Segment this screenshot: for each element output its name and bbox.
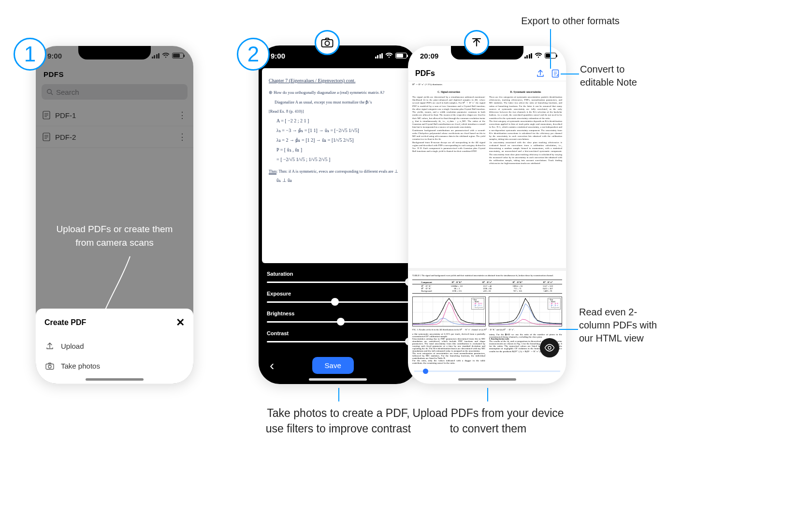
export-icon[interactable] [536, 69, 545, 78]
create-pdf-sheet: Create PDF ✕ Upload Take photos [36, 309, 193, 384]
filter-panel: Saturation Exposure Brightness Contrast [259, 263, 417, 353]
status-time: 20:09 [420, 52, 438, 60]
camera-icon [45, 362, 54, 370]
status-time: 9:00 [271, 52, 285, 60]
section-heading: D. Systematic uncertainties [489, 90, 562, 94]
signal-icon [152, 53, 160, 59]
upload-float-icon [464, 30, 489, 55]
pdf-paragraph: The signal yields are determined by a si… [412, 96, 485, 129]
pdf-paragraph: Background from B-meson decays are all n… [412, 141, 485, 153]
step-badge-2: 2 [237, 38, 270, 71]
phone-pdf-viewer: 20:09 PDFs B⁰ → D⁻π⁺ (≈ 2%) dominates C.… [408, 45, 566, 384]
svg-point-11 [48, 365, 51, 368]
home-indicator [86, 378, 144, 381]
svg-point-49 [548, 346, 551, 349]
slider-label: Brightness [267, 311, 409, 316]
scan-line: Diagonalize A as usual, except you must … [275, 99, 407, 106]
pdf-paragraph: The first category of systematic uncerta… [489, 120, 562, 141]
section-heading: C. Signal extraction [412, 90, 485, 94]
contrast-slider[interactable]: Contrast [267, 330, 409, 345]
back-button[interactable]: ‹ [270, 358, 274, 373]
caption-upload: Upload PDFs from your device to convert … [382, 405, 594, 436]
scan-eq: P = [ û₁ , û₂ ] [276, 146, 407, 154]
figure-caption: FIG. 3. Results of the fit to the ΔE dis… [412, 328, 562, 331]
save-button[interactable]: Save [312, 357, 354, 374]
upload-icon [45, 341, 54, 350]
chart-b: • Data — Model — B⁰→D⁻K⁺ — B⁰→D⁻π⁺ — Bac… [489, 297, 562, 326]
pdf-paragraph: The next categories of uncertainties are… [412, 352, 485, 359]
sheet-title: Create PDF [44, 318, 86, 327]
take-photos-label: Take photos [61, 362, 100, 370]
close-icon[interactable]: ✕ [176, 316, 185, 329]
scan-view: Chapter 7 (Eigenvalues / Eigenvectors) c… [259, 65, 417, 384]
upload-label: Upload [61, 342, 84, 350]
slider-label: Exposure [267, 291, 409, 297]
step-number: 2 [247, 42, 259, 66]
pdf-paragraph: Continuum background contributions are p… [412, 129, 485, 141]
saturation-slider[interactable]: Saturation [267, 271, 409, 286]
leader-line [487, 388, 488, 401]
html-view-button[interactable] [540, 338, 559, 357]
scan-q: How do you orthogonally diagonalize a (r… [274, 90, 384, 95]
pdfs-view: PDFS Search PDF-1 ⋮ PDF-2 ⋮ Upload PDFs … [36, 65, 193, 384]
slider-label: Saturation [267, 271, 409, 277]
pdf-viewer-title: PDFs [415, 69, 435, 78]
pdf-page-content[interactable]: C. Signal extraction The signal yields a… [408, 86, 566, 268]
battery-icon [395, 53, 407, 59]
brightness-slider[interactable]: Brightness [267, 311, 409, 326]
wifi-icon [162, 53, 170, 59]
leader-line [561, 74, 579, 74]
leader-line [550, 29, 551, 69]
home-indicator [309, 378, 367, 381]
step-number: 1 [24, 42, 36, 66]
convert-note-icon[interactable] [551, 69, 559, 78]
exposure-slider[interactable]: Exposure [267, 291, 409, 306]
pdf-paragraph: There are five categories of systematic … [489, 96, 562, 120]
notch [78, 46, 151, 59]
table-row: Background1296 ± 115416 ± 61707 ± 105146… [412, 290, 562, 292]
upload-option[interactable]: Upload [36, 336, 193, 356]
signal-icon [524, 53, 533, 59]
eye-icon [544, 344, 555, 352]
battery-icon [172, 53, 184, 59]
home-indicator [458, 378, 516, 381]
pdf-column-right: D. Systematic uncertainties There are fi… [489, 89, 562, 265]
pdf-column-left: C. Signal extraction The signal yields a… [412, 89, 485, 265]
table-caption: TABLE I. The signal and background event… [412, 274, 562, 277]
pdf-scrollbar[interactable] [414, 371, 560, 372]
leader-line [559, 329, 578, 330]
status-time: 9:00 [47, 52, 62, 60]
scan-eq: λ₁ = −3 → p̂₁ = [1 1] → û₁ = [−2/√5 1/√5… [276, 127, 407, 134]
pdf-page-content[interactable]: TABLE I. The signal and background event… [408, 268, 566, 384]
take-photos-option[interactable]: Take photos [36, 356, 193, 376]
scan-eq: û₁ ⊥ û₂ [276, 177, 407, 184]
scan-eq: A = [ −2 2 ; 2 1 ] [276, 117, 407, 125]
pdf-eqline: B⁰ → D⁻π⁺ (≈ 2%) dominates [408, 81, 566, 86]
pdf-viewer-header: PDFs [408, 65, 566, 81]
anno-htmlview: Read even 2- column PDFs with our HTML v… [579, 306, 657, 345]
scan-title: Chapter 7 (Eigenvalues / Eigenvectors) c… [269, 77, 407, 85]
signal-icon [375, 53, 383, 59]
leader-line [338, 388, 339, 401]
chart-a: • Data — Model — B⁰→D⁻K⁺ — B⁰→D⁻π⁺ — Bac… [412, 297, 486, 326]
scan-eq: = [ −2/√5 1/√5 ; 1/√5 2/√5 ] [276, 156, 407, 163]
camera-float-icon [315, 30, 340, 55]
scan-line: [Read Ex. 8 (p. 410)] [269, 108, 407, 115]
anno-convert: Convert to editable Note [580, 63, 637, 89]
anno-export: Export to other formats [508, 15, 633, 28]
pdf-table: Component B⁰→D⁻K⁺ B⁰→D⁻π⁺ B⁰→D⁻K⁺ B⁰→D⁻π… [412, 280, 562, 294]
svg-point-13 [325, 41, 330, 45]
pdf-paragraph: An uncertainty associated with the slow … [489, 141, 562, 165]
wifi-icon [385, 53, 393, 59]
svg-rect-10 [46, 364, 54, 369]
slider-label: Contrast [267, 330, 409, 336]
status-icons [152, 53, 184, 59]
status-icons [524, 53, 557, 59]
phone-pdfs-list: 9:00 PDFS Search PDF-1 ⋮ PDF-2 ⋮ Upload … [35, 45, 194, 384]
pdf-paragraph: a flat systematic uncertainty of 0.35% p… [412, 333, 485, 338]
scan-thm: Thm: Thm: if A is symmetric, evecs are c… [269, 168, 407, 175]
pdf-viewer: PDFs B⁰ → D⁻π⁺ (≈ 2%) dominates C. Signa… [408, 65, 566, 384]
pdf-paragraph: tainty. For the ϕ-ID we use the ratio of… [489, 333, 562, 338]
pdf-paragraph: For the ratio, only the values indicated… [412, 359, 485, 364]
phone-scan: 9:00 Chapter 7 (Eigenvalues / Eigenvecto… [259, 45, 417, 384]
